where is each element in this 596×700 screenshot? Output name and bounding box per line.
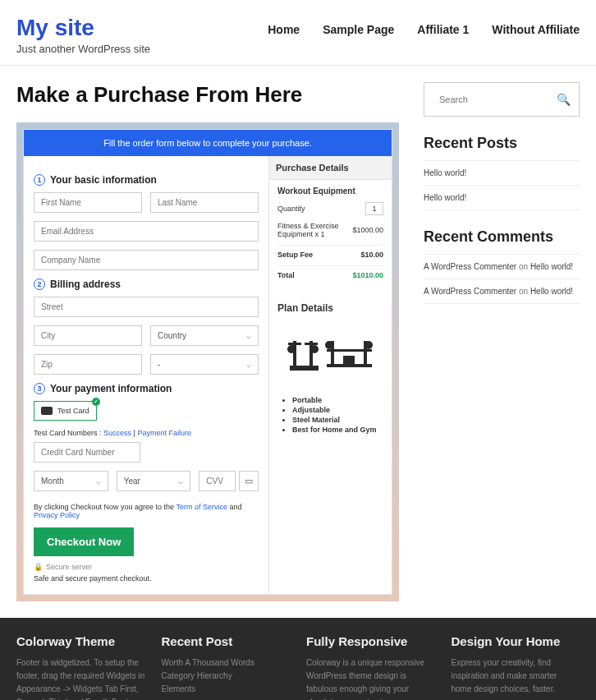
- svg-rect-1: [293, 341, 296, 370]
- footer-col1-text: Footer is widgetized. To setup the foote…: [16, 656, 145, 700]
- year-select[interactable]: Year: [117, 471, 191, 491]
- step-payment: 3 Your payment information: [34, 383, 259, 394]
- tos-link[interactable]: Term of Service: [176, 503, 227, 511]
- lock-icon: 🔒: [34, 563, 43, 571]
- step-number-icon: 1: [34, 174, 45, 186]
- footer-col2-title: Recent Post: [162, 634, 291, 648]
- plan-details-title: Plan Details: [277, 302, 383, 314]
- gym-equipment-icon: [282, 325, 380, 386]
- step-number-icon: 3: [34, 383, 45, 394]
- setup-fee-label: Setup Fee: [277, 251, 313, 259]
- setup-fee-price: $10.00: [360, 251, 383, 259]
- checkout-button[interactable]: Checkout Now: [34, 527, 134, 556]
- svg-rect-10: [327, 349, 372, 352]
- recent-comments-title: Recent Comments: [424, 228, 580, 246]
- site-title[interactable]: My site: [16, 15, 150, 41]
- purchase-item-name: Workout Equipment: [277, 187, 383, 196]
- nav-affiliate-1[interactable]: Affiliate 1: [417, 23, 469, 36]
- step-number-icon: 2: [34, 279, 45, 290]
- line-item-desc: Fitness & Exercise Equipment x 1: [277, 222, 343, 238]
- plan-feature: Portable: [292, 396, 383, 404]
- line-item-price: $1000.00: [352, 226, 383, 234]
- search-input[interactable]: [433, 90, 557, 109]
- plan-feature: Adjustable: [292, 406, 383, 414]
- footer-col4-text: Express your creativity, find inspiratio…: [452, 656, 580, 696]
- safe-checkout-note: Safe and secure payment checkout.: [34, 574, 259, 583]
- step-2-label: Billing address: [50, 279, 121, 290]
- month-select[interactable]: Month: [34, 471, 108, 491]
- footer-col1-title: Colorway Theme: [16, 634, 145, 648]
- quantity-input[interactable]: 1: [365, 202, 383, 215]
- recent-posts-title: Recent Posts: [424, 135, 580, 152]
- svg-rect-3: [288, 343, 301, 345]
- plan-features-list: Portable Adjustable Steel Material Best …: [277, 396, 383, 434]
- company-input[interactable]: [34, 250, 259, 270]
- footer-recent-post-link[interactable]: Category Hierarchy: [162, 670, 291, 683]
- main-nav: Home Sample Page Affiliate 1 Without Aff…: [268, 15, 580, 36]
- search-icon[interactable]: 🔍: [557, 93, 571, 106]
- test-card-option[interactable]: Test Card ✓: [34, 401, 97, 421]
- checkout-banner: Fill the order form below to complete yo…: [24, 130, 392, 156]
- plan-feature: Steel Material: [292, 416, 383, 424]
- nav-sample-page[interactable]: Sample Page: [323, 23, 394, 36]
- terms-text: By clicking Checkout Now you agree to th…: [34, 503, 259, 519]
- step-3-label: Your payment information: [50, 383, 172, 394]
- credit-card-icon: [41, 407, 53, 415]
- cvv-card-icon: ▭: [239, 471, 259, 491]
- country-select[interactable]: Country: [150, 325, 259, 346]
- success-link[interactable]: Success: [103, 429, 131, 437]
- svg-rect-13: [343, 356, 355, 364]
- failure-link[interactable]: Payment Failure: [137, 429, 191, 437]
- plan-feature: Best for Home and Gym: [292, 426, 383, 434]
- site-tagline: Just another WordPress site: [16, 43, 150, 55]
- secure-server-note: 🔒 Secure server: [34, 563, 259, 571]
- footer-col4-title: Design Your Home: [452, 634, 580, 648]
- street-input[interactable]: [34, 297, 259, 317]
- recent-comments-list: A WordPress Commenter on Hello world! A …: [424, 254, 580, 304]
- checkout-card: Fill the order form below to complete yo…: [16, 122, 399, 601]
- step-1-label: Your basic information: [50, 174, 157, 186]
- nav-home[interactable]: Home: [268, 23, 300, 36]
- svg-point-11: [325, 341, 333, 349]
- step-basic-info: 1 Your basic information: [34, 174, 259, 186]
- first-name-input[interactable]: [34, 192, 142, 213]
- svg-rect-4: [305, 343, 318, 345]
- state-select[interactable]: -: [150, 354, 259, 375]
- footer-recent-post-link[interactable]: Elements: [162, 683, 291, 696]
- last-name-input[interactable]: [150, 192, 259, 213]
- test-card-hint: Test Card Numbers : Success | Payment Fa…: [34, 429, 259, 437]
- footer-recent-post-link[interactable]: Worth A Thousand Words: [162, 656, 291, 670]
- list-item[interactable]: Hello world!: [424, 186, 580, 210]
- total-price: $1010.00: [352, 271, 383, 279]
- total-label: Total: [277, 271, 295, 279]
- purchase-details-head: Purchase Details: [269, 156, 392, 180]
- recent-posts-list: Hello world! Hello world!: [424, 160, 580, 210]
- search-box[interactable]: 🔍: [424, 82, 580, 117]
- svg-point-12: [364, 341, 373, 349]
- zip-input[interactable]: [34, 354, 142, 375]
- list-item[interactable]: Hello world!: [424, 161, 580, 186]
- sidebar: 🔍 Recent Posts Hello world! Hello world!…: [424, 82, 580, 601]
- nav-without-affiliate[interactable]: Without Affiliate: [492, 23, 580, 36]
- svg-rect-2: [309, 341, 313, 370]
- site-footer: Colorway Theme Footer is widgetized. To …: [0, 618, 596, 700]
- plan-image: [277, 322, 383, 388]
- page-title: Make a Purchase From Here: [16, 82, 399, 108]
- privacy-link[interactable]: Privacy Policy: [34, 511, 80, 519]
- footer-col3-title: Fully Responsive: [306, 634, 435, 648]
- quantity-label: Quantity: [277, 205, 305, 213]
- footer-col3-text: Colorway is a unique responsive WordPres…: [306, 656, 435, 700]
- svg-point-5: [287, 345, 296, 353]
- list-item[interactable]: A WordPress Commenter on Hello world!: [424, 279, 580, 304]
- email-input[interactable]: [34, 221, 259, 242]
- step-billing: 2 Billing address: [34, 279, 259, 290]
- check-icon: ✓: [92, 398, 100, 406]
- cvv-input[interactable]: [199, 471, 236, 491]
- test-card-label: Test Card: [57, 407, 89, 415]
- svg-point-6: [310, 345, 319, 353]
- site-header: My site Just another WordPress site Home…: [0, 0, 596, 66]
- city-input[interactable]: [34, 325, 142, 346]
- list-item[interactable]: A WordPress Commenter on Hello world!: [424, 255, 580, 279]
- cc-number-input[interactable]: [34, 442, 140, 463]
